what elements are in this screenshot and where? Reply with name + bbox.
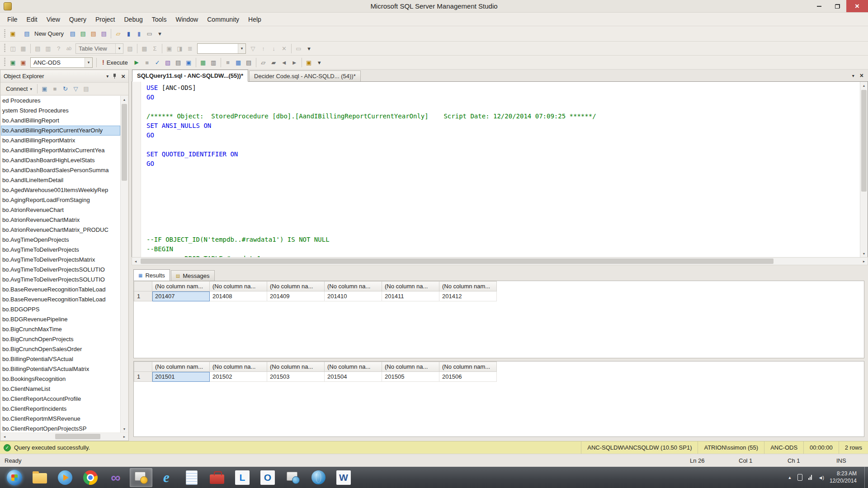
tree-item[interactable]: bo.ClientReportmMSRevenue: [1, 414, 120, 424]
tree-item[interactable]: bo.AvgTimeToDeliverProjectsMatrix: [1, 255, 120, 265]
row-number-cell[interactable]: 1: [134, 372, 152, 382]
active-files-chevron-icon[interactable]: ▾: [852, 73, 854, 78]
start-taskbar-button[interactable]: [3, 468, 26, 487]
volume-icon[interactable]: ◄): [818, 475, 824, 480]
grid-cell[interactable]: 201407: [152, 291, 210, 301]
scroll-right-icon[interactable]: ►: [121, 433, 128, 440]
results-to-file-icon[interactable]: ▤: [244, 57, 254, 68]
menu-item-file[interactable]: File: [3, 13, 22, 26]
editor-vertical-scrollbar[interactable]: ▲ ▼: [860, 82, 868, 257]
new-xmla-query-icon[interactable]: ▤: [99, 28, 109, 39]
decrease-indent-icon[interactable]: ◄: [279, 57, 289, 68]
toolbar-grip[interactable]: [4, 58, 5, 67]
save-all-icon[interactable]: ▮: [134, 28, 144, 39]
intellisense-toggle-icon[interactable]: ▣: [184, 57, 194, 68]
scrollbar-thumb[interactable]: [55, 434, 100, 439]
tree-item[interactable]: bo.AtrionRevenueChart: [1, 205, 120, 215]
tree-item[interactable]: bo.ClientNameList: [1, 384, 120, 394]
grid-column-header[interactable]: (No column nam...: [152, 282, 210, 291]
tree-item[interactable]: bo.AtrionRevenueChartMatrix_PRODUC: [1, 225, 120, 235]
save-icon[interactable]: ▮: [123, 28, 134, 39]
results-to-text-icon[interactable]: ≡: [223, 57, 233, 68]
grid-column-header[interactable]: (No column nam...: [439, 362, 497, 372]
grid-cell[interactable]: 201503: [267, 372, 325, 382]
document-tab[interactable]: SQLQuery11.sql - ANC-SQLDW...(55))*: [132, 70, 248, 82]
tree-item[interactable]: bo.ClientReportAccountProfile: [1, 394, 120, 404]
tree-item[interactable]: bo.AandILineItemDetail: [1, 175, 120, 185]
menu-item-window[interactable]: Window: [171, 13, 203, 26]
pin-icon[interactable]: [113, 73, 117, 79]
grid-column-header[interactable]: (No column na...: [325, 282, 382, 291]
grid-cell[interactable]: 201501: [152, 372, 210, 382]
lync-taskbar-button[interactable]: L: [231, 468, 254, 487]
restore-button[interactable]: [828, 0, 846, 12]
editor-horizontal-scrollbar[interactable]: ◄ ►: [132, 257, 868, 265]
menu-item-tools[interactable]: Tools: [147, 13, 171, 26]
grid-cell[interactable]: 201412: [439, 291, 497, 301]
close-document-icon[interactable]: ×: [860, 72, 863, 79]
grid-cell[interactable]: 201504: [325, 372, 382, 382]
scrollbar-thumb[interactable]: [122, 104, 127, 181]
device-icon[interactable]: [797, 474, 802, 481]
grid-column-header[interactable]: (No column na...: [210, 362, 267, 372]
tree-item[interactable]: bo.BillingPotentialVSActualMatrix: [1, 364, 120, 374]
toolbar-options-icon-2[interactable]: ▾: [304, 43, 314, 54]
hidden-icons-chevron-icon[interactable]: ▲: [788, 475, 792, 480]
menu-item-view[interactable]: View: [42, 13, 65, 26]
document-tab[interactable]: Decider Code.sql - ANC-SQLD... (54))*: [249, 70, 361, 81]
menu-item-community[interactable]: Community: [203, 13, 244, 26]
designer-combo[interactable]: ▾: [197, 43, 246, 54]
scroll-left-icon[interactable]: ◄: [1, 433, 8, 440]
filter-icon[interactable]: ▽: [71, 84, 81, 94]
grid-cell[interactable]: 201408: [210, 291, 267, 301]
grid-column-header[interactable]: (No column na...: [382, 282, 439, 291]
menu-item-help[interactable]: Help: [244, 13, 266, 26]
grid-column-header[interactable]: (No column na...: [382, 362, 439, 372]
tree-item[interactable]: bo.BDGOPPS: [1, 305, 120, 314]
database-engine-query-icon[interactable]: ▣: [8, 28, 18, 39]
outlook-taskbar-button[interactable]: O: [256, 468, 279, 487]
query-options-icon[interactable]: ▤: [173, 57, 184, 68]
scroll-down-icon[interactable]: ▼: [121, 425, 128, 432]
menu-item-edit[interactable]: Edit: [22, 13, 42, 26]
new-query-button[interactable]: ▤ New Query: [18, 28, 67, 40]
results-to-grid-icon[interactable]: ▦: [233, 57, 244, 68]
tree-item[interactable]: bo.ClientReportIncidents: [1, 404, 120, 414]
connect-icon[interactable]: ▣: [8, 57, 18, 68]
connect-button[interactable]: Connect ▾: [3, 84, 35, 94]
visual-studio-taskbar-button[interactable]: [104, 468, 127, 487]
parse-query-icon[interactable]: ✓: [152, 57, 163, 68]
tree-item[interactable]: bo.AandIDashBoardSalesPersonSumma: [1, 165, 120, 175]
scroll-left-icon[interactable]: ◄: [132, 258, 139, 265]
grid-cell[interactable]: 201502: [210, 372, 267, 382]
include-actual-plan-icon[interactable]: ▦: [198, 57, 208, 68]
tree-item[interactable]: bo.BaseRevenueRecognitionTableLoad: [1, 295, 120, 305]
menu-item-query[interactable]: Query: [65, 13, 91, 26]
ssms-taskbar-button[interactable]: [130, 468, 152, 487]
tree-item[interactable]: bo.AvgTimeToDeliverProjectsSOLUTIO: [1, 275, 120, 285]
tree-item[interactable]: bo.AandIDashBoardHighLevelStats: [1, 155, 120, 165]
show-desktop-button[interactable]: [864, 467, 868, 488]
database-selector[interactable]: ANC-ODS ▾: [30, 57, 93, 68]
minimize-button[interactable]: [810, 0, 828, 12]
debug-button[interactable]: ▶: [132, 57, 142, 68]
panel-close-icon[interactable]: ×: [121, 73, 125, 80]
grid-column-header[interactable]: (No column na...: [210, 282, 267, 291]
grid-cell[interactable]: 201410: [325, 291, 382, 301]
tree-item[interactable]: bo.BookingsRecognition: [1, 374, 120, 384]
internet-explorer-taskbar-button[interactable]: e: [155, 468, 178, 487]
network-icon[interactable]: [808, 475, 812, 480]
sql-editor[interactable]: USE [ANC-ODS]GO /****** Object: StoredPr…: [132, 82, 868, 257]
results-tab-results[interactable]: ▦Results: [133, 269, 170, 281]
chrome-taskbar-button[interactable]: [79, 468, 102, 487]
specify-template-values-icon[interactable]: ▣: [304, 57, 314, 68]
file-explorer-taskbar-button[interactable]: [28, 468, 51, 487]
results-tab-messages[interactable]: ▤Messages: [171, 270, 215, 281]
grid-cell[interactable]: 201506: [439, 372, 497, 382]
toolbar-grip[interactable]: [4, 29, 5, 38]
scroll-up-icon[interactable]: ▲: [860, 82, 868, 89]
media-player-taskbar-button[interactable]: [54, 468, 76, 487]
tree-item[interactable]: bo.BigCrunchOpenProjects: [1, 334, 120, 344]
tree-item[interactable]: ystem Stored Procedures: [1, 106, 120, 116]
execute-button[interactable]: ! Execute: [99, 56, 132, 68]
